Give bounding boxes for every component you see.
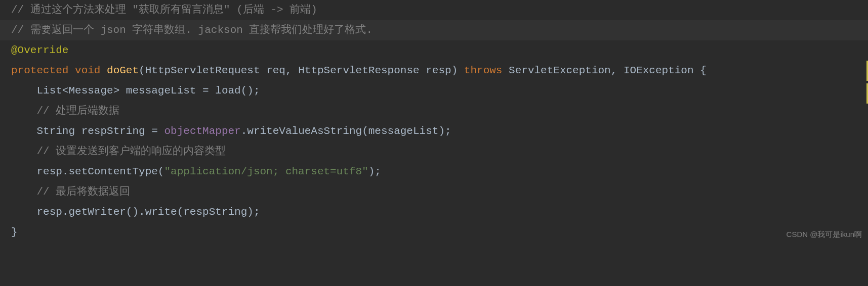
indent	[11, 85, 36, 97]
code-text: );	[368, 166, 381, 177]
type: HttpServletResponse	[298, 65, 419, 76]
code-line[interactable]: }	[0, 222, 868, 243]
type: IOException	[624, 65, 694, 76]
comment-text: // 处理后端数据	[36, 105, 119, 117]
code-text: respString =	[75, 125, 164, 137]
type: ServletException	[509, 65, 611, 76]
annotation: @Override	[11, 44, 68, 56]
indent	[11, 206, 36, 218]
comment-text: // 设置发送到客户端的响应的内容类型	[36, 146, 226, 157]
type: String	[36, 125, 75, 137]
punct: {	[694, 65, 707, 76]
punct: }	[11, 226, 18, 238]
punct: )	[451, 65, 458, 76]
code-editor[interactable]: // 通过这个方法来处理 "获取所有留言消息" (后端 -> 前端) // 需要…	[0, 0, 868, 243]
comment-text: // 需要返回一个 json 字符串数组. jackson 直接帮我们处理好了格…	[11, 24, 373, 36]
code-line[interactable]: String respString = objectMapper.writeVa…	[0, 121, 868, 141]
code-text: .writeValueAsString(messageList);	[241, 125, 451, 137]
type: HttpServletRequest	[145, 65, 260, 76]
punct: (	[139, 65, 145, 76]
code-line[interactable]: // 通过这个方法来处理 "获取所有留言消息" (后端 -> 前端)	[0, 0, 868, 20]
type: List<Message>	[36, 85, 119, 97]
indent	[11, 146, 36, 157]
code-line[interactable]: // 最后将数据返回	[0, 182, 868, 202]
keyword: void	[75, 65, 100, 76]
param: resp	[420, 65, 451, 76]
field-ref: objectMapper	[164, 125, 240, 137]
indent	[11, 186, 36, 198]
code-text: resp.setContentType(	[36, 166, 164, 177]
param: req	[260, 65, 285, 76]
code-line[interactable]: resp.getWriter().write(respString);	[0, 202, 868, 222]
code-line[interactable]: // 设置发送到客户端的响应的内容类型	[0, 141, 868, 162]
code-line[interactable]: List<Message> messageList = load();	[0, 81, 868, 101]
code-line[interactable]: resp.setContentType("application/json; c…	[0, 162, 868, 182]
code-text: resp.getWriter().write(respString);	[36, 206, 260, 218]
comment-text: // 通过这个方法来处理 "获取所有留言消息" (后端 -> 前端)	[11, 4, 317, 16]
code-text: messageList = load();	[119, 85, 260, 97]
watermark-text: CSDN @我可是ikun啊	[787, 230, 862, 240]
code-line[interactable]: // 处理后端数据	[0, 101, 868, 121]
code-line[interactable]: @Override	[0, 40, 868, 61]
punct: ,	[611, 65, 624, 76]
string-literal: "application/json; charset=utf8"	[164, 166, 368, 177]
method-name: doGet	[107, 65, 139, 76]
punct: ,	[285, 65, 298, 76]
comment-text: // 最后将数据返回	[36, 186, 130, 198]
indent	[11, 105, 36, 117]
code-line[interactable]: protected void doGet(HttpServletRequest …	[0, 61, 868, 81]
keyword: throws	[464, 65, 503, 76]
code-line[interactable]: // 需要返回一个 json 字符串数组. jackson 直接帮我们处理好了格…	[0, 20, 868, 40]
indent	[11, 166, 36, 177]
indent	[11, 125, 36, 137]
keyword: protected	[11, 65, 68, 76]
